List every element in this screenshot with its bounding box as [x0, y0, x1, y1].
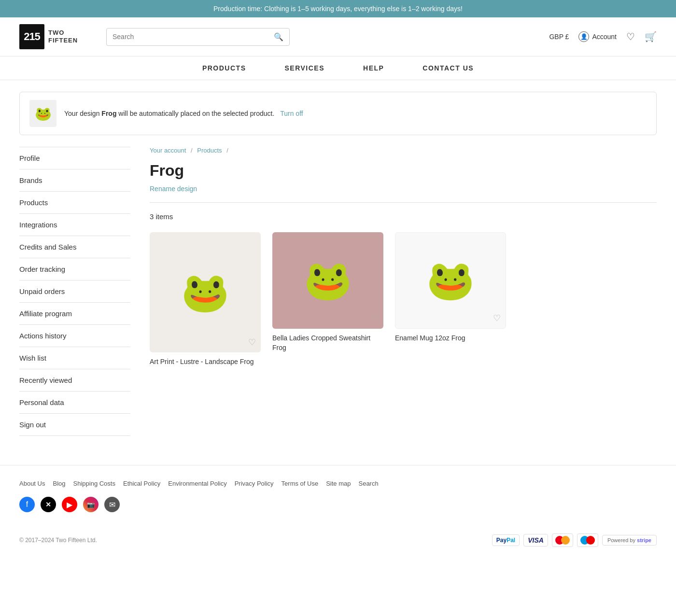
page-title: Frog [150, 162, 657, 180]
nav-help[interactable]: HELP [363, 64, 384, 72]
header: 215 TWOFIFTEEN 🔍 GBP £ 👤 Account ♡ 🛒 [0, 17, 676, 56]
product-wishlist-2[interactable]: ♡ [371, 313, 379, 324]
product-image-1: 🐸 ♡ [150, 232, 261, 352]
product-name-3: Enamel Mug 12oz Frog [395, 334, 506, 343]
sidebar-item-profile[interactable]: Profile [19, 147, 130, 169]
footer: About Us Blog Shipping Costs Ethical Pol… [0, 465, 676, 557]
sidebar: Profile Brands Products Integrations Cre… [19, 147, 130, 436]
footer-link-privacy[interactable]: Privacy Policy [235, 480, 274, 487]
items-count: 3 items [150, 212, 657, 221]
breadcrumb-products[interactable]: Products [197, 147, 222, 154]
breadcrumb: Your account / Products / [150, 147, 657, 154]
mastercard-circles [555, 536, 570, 545]
social-email[interactable]: ✉ [104, 497, 120, 512]
design-banner: 🐸 Your design Frog will be automatically… [19, 92, 657, 135]
search-input[interactable] [113, 33, 270, 41]
footer-bottom: © 2017–2024 Two Fifteen Ltd. PayPal VISA [0, 529, 676, 557]
design-thumbnail: 🐸 [29, 100, 56, 127]
footer-link-sitemap[interactable]: Site map [326, 480, 351, 487]
rename-design-link[interactable]: Rename design [150, 185, 197, 193]
product-image-frog-3: 🐸 [426, 258, 475, 303]
design-name: Frog [101, 110, 116, 117]
sidebar-item-integrations[interactable]: Integrations [19, 214, 130, 236]
paypal-label: PayPal [496, 537, 515, 544]
logo-text: TWOFIFTEEN [48, 29, 78, 44]
account-button[interactable]: 👤 Account [578, 31, 617, 42]
payment-icons: PayPal VISA Powered by stripe [492, 533, 657, 547]
sidebar-item-signout[interactable]: Sign out [19, 414, 130, 436]
top-banner: Production time: Clothing is 1–5 working… [0, 0, 676, 17]
product-image-frog-1: 🐸 [181, 270, 229, 315]
footer-social: f ✕ ▶ 📷 ✉ [19, 497, 657, 512]
sidebar-item-credits[interactable]: Credits and Sales [19, 236, 130, 258]
nav-services[interactable]: SERVICES [284, 64, 324, 72]
footer-link-search[interactable]: Search [358, 480, 378, 487]
payment-visa: VISA [523, 534, 548, 546]
product-name-1: Art Print - Lustre - Landscape Frog [150, 357, 261, 367]
product-card: 🐸 ♡ Enamel Mug 12oz Frog [395, 232, 506, 352]
sidebar-item-wishlist[interactable]: Wish list [19, 347, 130, 369]
mc-circle-right [561, 536, 570, 545]
search-icon: 🔍 [274, 32, 283, 42]
social-x[interactable]: ✕ [41, 497, 56, 512]
footer-link-environmental[interactable]: Environmental Policy [168, 480, 226, 487]
sidebar-item-products[interactable]: Products [19, 192, 130, 214]
search-bar[interactable]: 🔍 [106, 28, 290, 46]
sidebar-item-brands[interactable]: Brands [19, 169, 130, 192]
product-image-frog-2: 🐸 [304, 258, 352, 303]
social-facebook[interactable]: f [19, 497, 35, 512]
turn-off-link[interactable]: Turn off [280, 110, 303, 117]
footer-link-terms[interactable]: Terms of Use [282, 480, 319, 487]
header-right: GBP £ 👤 Account ♡ 🛒 [549, 31, 657, 42]
currency-selector[interactable]: GBP £ [549, 33, 569, 41]
footer-link-about[interactable]: About Us [19, 480, 45, 487]
product-image-2: 🐸 ♡ [272, 232, 383, 329]
divider [150, 202, 657, 203]
banner-text: Production time: Clothing is 1–5 working… [213, 5, 463, 13]
sidebar-item-affiliate[interactable]: Affiliate program [19, 303, 130, 325]
product-name-2: Bella Ladies Cropped Sweatshirt Frog [272, 334, 383, 352]
sidebar-item-recently[interactable]: Recently viewed [19, 369, 130, 392]
design-prefix: Your design [64, 110, 101, 117]
nav-contact[interactable]: CONTACT US [422, 64, 474, 72]
footer-link-shipping[interactable]: Shipping Costs [73, 480, 115, 487]
design-suffix: will be automatically placed on the sele… [116, 110, 274, 117]
maestro-circles [580, 536, 595, 545]
products-grid: 🐸 ♡ Art Print - Lustre - Landscape Frog … [150, 232, 657, 352]
product-card: 🐸 ♡ Bella Ladies Cropped Sweatshirt Frog [272, 232, 383, 352]
breadcrumb-account[interactable]: Your account [150, 147, 186, 154]
sidebar-item-personal[interactable]: Personal data [19, 392, 130, 414]
product-wishlist-3[interactable]: ♡ [493, 313, 501, 323]
footer-copyright: © 2017–2024 Two Fifteen Ltd. [19, 537, 97, 544]
product-card: 🐸 ♡ Art Print - Lustre - Landscape Frog [150, 232, 261, 352]
product-image-3: 🐸 ♡ [395, 232, 506, 329]
cart-icon[interactable]: 🛒 [645, 31, 657, 42]
design-banner-text: Your design Frog will be automatically p… [64, 110, 303, 117]
social-youtube[interactable]: ▶ [62, 497, 77, 512]
account-label: Account [592, 33, 617, 41]
main-nav: PRODUCTS SERVICES HELP CONTACT US [0, 56, 676, 80]
main-layout: Profile Brands Products Integrations Cre… [0, 147, 676, 436]
stripe-label: Powered by stripe [607, 537, 651, 543]
product-wishlist-1[interactable]: ♡ [248, 337, 256, 348]
wishlist-icon[interactable]: ♡ [626, 31, 635, 42]
logo[interactable]: 215 TWOFIFTEEN [19, 24, 97, 49]
logo-icon: 215 [19, 24, 44, 49]
payment-paypal: PayPal [492, 534, 520, 546]
payment-maestro [577, 533, 598, 547]
account-icon: 👤 [578, 31, 589, 42]
footer-link-ethical[interactable]: Ethical Policy [123, 480, 160, 487]
breadcrumb-sep2: / [226, 147, 228, 154]
main-content: Your account / Products / Frog Rename de… [150, 147, 657, 436]
footer-links: About Us Blog Shipping Costs Ethical Pol… [19, 480, 657, 487]
payment-mastercard [552, 533, 573, 547]
maestro-circle-right [586, 536, 595, 545]
sidebar-item-actions[interactable]: Actions history [19, 325, 130, 347]
sidebar-item-order-tracking[interactable]: Order tracking [19, 258, 130, 280]
nav-products[interactable]: PRODUCTS [202, 64, 246, 72]
social-instagram[interactable]: 📷 [83, 497, 99, 512]
breadcrumb-sep1: / [191, 147, 194, 154]
sidebar-item-unpaid[interactable]: Unpaid orders [19, 280, 130, 303]
footer-top: About Us Blog Shipping Costs Ethical Pol… [0, 465, 676, 529]
footer-link-blog[interactable]: Blog [53, 480, 65, 487]
